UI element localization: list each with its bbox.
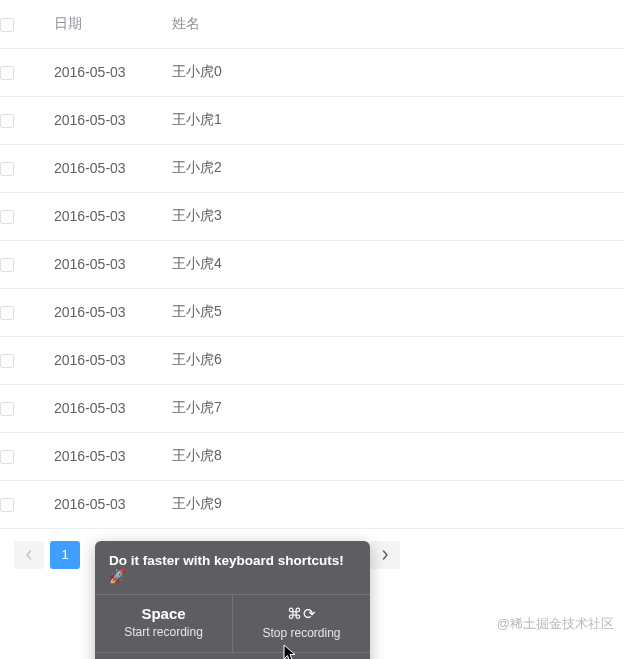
pagination-next[interactable] <box>370 541 400 569</box>
start-key: Space <box>99 605 228 622</box>
cell-name: 王小虎9 <box>172 480 624 528</box>
table-row[interactable]: 2016-05-03王小虎5 <box>0 288 624 336</box>
cell-date: 2016-05-03 <box>54 144 172 192</box>
pagination-page-1[interactable]: 1 <box>50 541 80 569</box>
cell-date: 2016-05-03 <box>54 336 172 384</box>
row-checkbox[interactable] <box>0 306 14 320</box>
column-header-date[interactable]: 日期 <box>54 0 172 48</box>
cell-date: 2016-05-03 <box>54 240 172 288</box>
table-row[interactable]: 2016-05-03王小虎0 <box>0 48 624 96</box>
cell-name: 王小虎6 <box>172 336 624 384</box>
row-checkbox[interactable] <box>0 498 14 512</box>
shortcuts-tooltip: Do it faster with keyboard shortcuts! 🚀 … <box>95 541 370 659</box>
table-row[interactable]: 2016-05-03王小虎9 <box>0 480 624 528</box>
cell-name: 王小虎4 <box>172 240 624 288</box>
table-row[interactable]: 2016-05-03王小虎1 <box>0 96 624 144</box>
row-checkbox[interactable] <box>0 114 14 128</box>
start-label: Start recording <box>124 625 203 639</box>
cell-name: 王小虎5 <box>172 288 624 336</box>
column-header-name[interactable]: 姓名 <box>172 0 624 48</box>
cell-date: 2016-05-03 <box>54 384 172 432</box>
cell-name: 王小虎2 <box>172 144 624 192</box>
table-row[interactable]: 2016-05-03王小虎2 <box>0 144 624 192</box>
table-row[interactable]: 2016-05-03王小虎8 <box>0 432 624 480</box>
data-table: 日期 姓名 2016-05-03王小虎02016-05-03王小虎12016-0… <box>0 0 624 529</box>
stop-recording-cell[interactable]: ⌘⟳ Stop recording <box>232 595 370 652</box>
cell-name: 王小虎0 <box>172 48 624 96</box>
cell-name: 王小虎3 <box>172 192 624 240</box>
row-checkbox[interactable] <box>0 450 14 464</box>
start-recording-cell[interactable]: Space Start recording <box>95 595 232 652</box>
row-checkbox[interactable] <box>0 66 14 80</box>
cell-date: 2016-05-03 <box>54 288 172 336</box>
cell-name: 王小虎1 <box>172 96 624 144</box>
row-checkbox[interactable] <box>0 162 14 176</box>
tooltip-footer-link[interactable]: ☝️ See all available shortcuts and confi… <box>95 652 370 659</box>
chevron-right-icon <box>380 550 390 560</box>
cell-name: 王小虎7 <box>172 384 624 432</box>
row-checkbox[interactable] <box>0 354 14 368</box>
tooltip-title: Do it faster with keyboard shortcuts! 🚀 <box>95 541 370 594</box>
row-checkbox[interactable] <box>0 402 14 416</box>
row-checkbox[interactable] <box>0 210 14 224</box>
cell-date: 2016-05-03 <box>54 96 172 144</box>
cell-date: 2016-05-03 <box>54 192 172 240</box>
stop-label: Stop recording <box>262 626 340 640</box>
select-all-checkbox[interactable] <box>0 18 14 32</box>
pagination-prev[interactable] <box>14 541 44 569</box>
cell-date: 2016-05-03 <box>54 48 172 96</box>
cell-date: 2016-05-03 <box>54 480 172 528</box>
table-row[interactable]: 2016-05-03王小虎7 <box>0 384 624 432</box>
table-row[interactable]: 2016-05-03王小虎6 <box>0 336 624 384</box>
stop-key: ⌘⟳ <box>237 605 366 623</box>
table-row[interactable]: 2016-05-03王小虎3 <box>0 192 624 240</box>
chevron-left-icon <box>24 550 34 560</box>
cell-date: 2016-05-03 <box>54 432 172 480</box>
watermark: @稀土掘金技术社区 <box>497 615 614 633</box>
cell-name: 王小虎8 <box>172 432 624 480</box>
table-header-row: 日期 姓名 <box>0 0 624 48</box>
row-checkbox[interactable] <box>0 258 14 272</box>
table-row[interactable]: 2016-05-03王小虎4 <box>0 240 624 288</box>
